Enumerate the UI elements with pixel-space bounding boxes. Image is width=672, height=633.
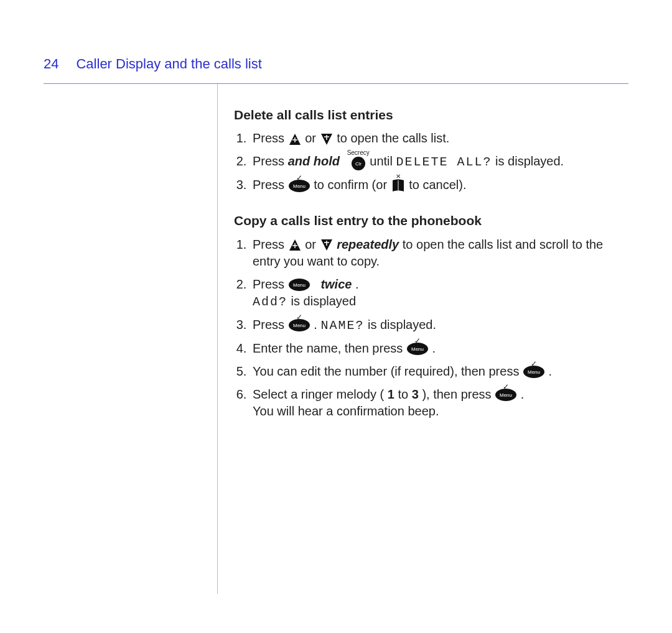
two-column-layout: Delete all calls list entries Press or t… xyxy=(44,84,628,594)
svg-text:Menu: Menu xyxy=(293,323,306,328)
text: Press xyxy=(253,277,288,291)
up-key-icon xyxy=(288,238,302,252)
step-copy-2: Press Menu twice . Add? is displayed xyxy=(250,276,622,310)
text: or xyxy=(305,238,319,251)
svg-text:Menu: Menu xyxy=(293,282,306,288)
x-mark-icon: ✕ xyxy=(396,173,401,180)
step-delete-1: Press or to open the calls list. xyxy=(250,130,622,147)
text: Press xyxy=(253,131,288,145)
menu-key-icon: ✓ Menu xyxy=(406,342,429,356)
text: . xyxy=(432,341,436,355)
text: to cancel). xyxy=(409,178,466,192)
down-key-icon xyxy=(320,132,334,146)
left-margin-column xyxy=(44,84,218,594)
display-add: Add? xyxy=(253,295,287,309)
text: . xyxy=(549,364,553,378)
text: You will hear a confirmation beep. xyxy=(253,404,439,418)
emphasis-and-hold: and hold xyxy=(288,154,340,168)
text: . xyxy=(355,277,359,291)
content-column: Delete all calls list entries Press or t… xyxy=(218,84,628,594)
menu-key-icon: Menu xyxy=(288,278,310,292)
display-name: NAME? xyxy=(320,318,364,333)
text: or xyxy=(305,131,319,145)
page-number: 24 xyxy=(44,56,58,72)
text: Press xyxy=(253,318,288,331)
text: Press xyxy=(253,154,288,168)
step-delete-3: Press ✓ Menu to confirm (or ✕ to cancel)… xyxy=(250,177,622,193)
tick-mark-icon: ✓ xyxy=(414,337,421,344)
text: . xyxy=(314,318,320,331)
clr-key-label: Secrecy xyxy=(347,149,370,157)
bold-3: 3 xyxy=(412,387,419,401)
svg-text:Clr: Clr xyxy=(355,161,362,167)
tick-mark-icon: ✓ xyxy=(296,174,302,182)
step-delete-2: Press and hold Secrecy Clr until DELETE … xyxy=(250,153,622,170)
text: until xyxy=(370,154,396,168)
text: is displayed xyxy=(291,294,357,308)
down-key-icon xyxy=(320,238,334,252)
text: to open the calls list. xyxy=(337,131,449,145)
svg-text:Menu: Menu xyxy=(500,392,512,398)
text: is displayed. xyxy=(368,318,436,331)
text: Select a ringer melody ( xyxy=(253,387,384,401)
step-copy-4: Enter the name, then press ✓ Menu . xyxy=(250,340,622,357)
tick-mark-icon: ✓ xyxy=(503,383,509,390)
bold-1: 1 xyxy=(388,387,394,401)
steps-copy-entry: Press or repeatedly to open the calls li… xyxy=(234,236,622,420)
step-copy-1: Press or repeatedly to open the calls li… xyxy=(250,236,622,270)
text: ), then press xyxy=(422,387,495,401)
manual-page: 24 Caller Display and the calls list Del… xyxy=(0,0,672,633)
menu-key-icon: ✓ Menu xyxy=(495,388,517,402)
phonebook-key-icon: ✕ xyxy=(391,178,406,193)
text: to xyxy=(398,387,411,401)
text: . xyxy=(521,387,525,401)
heading-delete-all: Delete all calls list entries xyxy=(234,106,622,124)
steps-delete-all: Press or to open the calls list. Press a… xyxy=(234,130,622,193)
text: to confirm (or xyxy=(314,178,390,192)
display-delete-all: DELETE ALL? xyxy=(396,155,492,169)
menu-key-icon: ✓ Menu xyxy=(288,179,310,193)
step-copy-5: You can edit the number (if required), t… xyxy=(250,363,622,380)
text: Press xyxy=(253,238,288,251)
text: You can edit the number (if required), t… xyxy=(253,364,523,378)
tick-mark-icon: ✓ xyxy=(296,313,302,321)
text: Press xyxy=(253,178,288,192)
emphasis-twice: twice xyxy=(320,277,352,291)
text: Enter the name, then press xyxy=(253,341,406,355)
up-key-icon xyxy=(288,132,302,146)
svg-text:Menu: Menu xyxy=(528,369,540,375)
heading-copy-entry: Copy a calls list entry to the phonebook xyxy=(234,212,622,229)
tick-mark-icon: ✓ xyxy=(531,360,537,367)
text: is displayed. xyxy=(495,154,564,168)
menu-key-icon: ✓ Menu xyxy=(288,318,310,332)
section-title: Caller Display and the calls list xyxy=(76,56,261,72)
clr-key-icon: Secrecy Clr xyxy=(350,155,366,172)
menu-key-icon: ✓ Menu xyxy=(523,365,545,379)
svg-text:Menu: Menu xyxy=(293,183,306,189)
svg-text:Menu: Menu xyxy=(411,346,424,352)
emphasis-repeatedly: repeatedly xyxy=(337,238,399,251)
step-copy-3: Press ✓ Menu . NAME? is displayed. xyxy=(250,316,622,334)
step-copy-6: Select a ringer melody ( 1 to 3 ), then … xyxy=(250,386,622,420)
page-header: 24 Caller Display and the calls list xyxy=(44,56,628,72)
